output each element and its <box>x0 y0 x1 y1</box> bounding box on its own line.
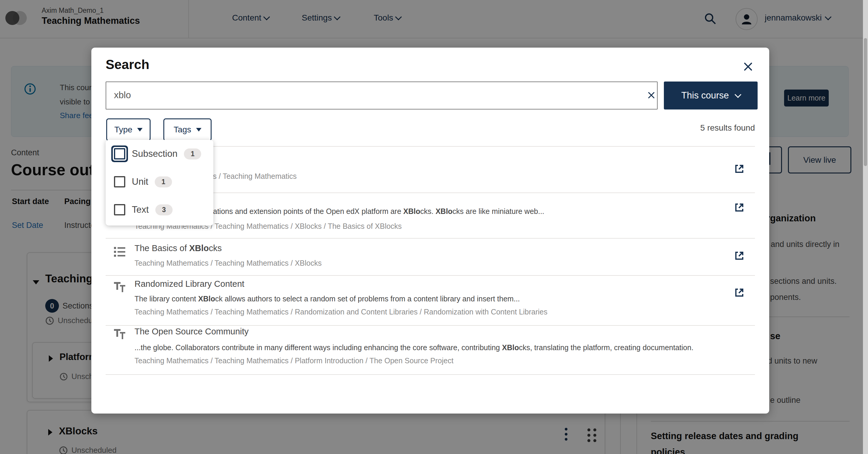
type-option-unit[interactable]: Unit 1 <box>114 173 172 190</box>
page-scrollbar[interactable] <box>863 0 868 454</box>
result-snippet: ations and extension points of the Open … <box>213 207 544 216</box>
open-in-new-icon[interactable] <box>734 250 745 261</box>
result-breadcrumb: Teaching Mathematics / Teaching Mathemat… <box>134 356 454 365</box>
checkbox-text[interactable] <box>114 204 125 216</box>
checkbox-unit[interactable] <box>114 176 125 188</box>
studio-course-outline-screen: Axim Math_Demo_1 Teaching Mathematics Co… <box>0 0 868 454</box>
result-divider <box>106 325 755 326</box>
text-block-icon <box>114 328 126 340</box>
caret-down-icon <box>196 128 202 131</box>
count-badge: 3 <box>155 204 173 216</box>
search-modal: Search xblo This course Type Tags 5 resu… <box>91 47 769 414</box>
scrollbar-thumb[interactable] <box>864 38 867 166</box>
count-badge: 1 <box>155 176 172 188</box>
modal-title: Search <box>106 57 149 72</box>
type-filter-button[interactable]: Type <box>106 119 151 141</box>
open-in-new-icon[interactable] <box>734 163 745 174</box>
checkbox-subsection[interactable] <box>114 148 125 159</box>
result-divider <box>106 238 755 238</box>
chevron-down-icon <box>734 91 741 98</box>
open-in-new-icon[interactable] <box>734 287 745 298</box>
results-count: 5 results found <box>700 123 755 133</box>
result-breadcrumb: Teaching Mathematics / Teaching Mathemat… <box>134 259 322 267</box>
result-title: The Basics of XBlocks <box>134 244 222 253</box>
result-title: Randomized Library Content <box>134 279 244 289</box>
type-filter-menu: Subsection 1 Unit 1 Text 3 <box>106 140 213 226</box>
caret-down-icon <box>137 128 143 131</box>
tags-filter-button[interactable]: Tags <box>163 119 212 141</box>
type-option-subsection[interactable]: Subsection 1 <box>114 145 201 162</box>
type-option-text[interactable]: Text 3 <box>114 201 173 218</box>
result-snippet: ...the globe. Collaborators contribute i… <box>134 343 693 352</box>
result-breadcrumb: Teaching Mathematics / Teaching Mathemat… <box>134 307 548 316</box>
open-in-new-icon[interactable] <box>734 202 745 213</box>
search-input[interactable]: xblo <box>106 82 658 109</box>
search-query-text: xblo <box>114 90 131 101</box>
result-divider <box>106 275 755 276</box>
subsection-list-icon <box>114 246 126 257</box>
result-title: The Open Source Community <box>134 327 249 336</box>
text-block-icon <box>114 282 126 293</box>
result-snippet: The library content XBlock allows author… <box>134 295 520 303</box>
search-scope-dropdown[interactable]: This course <box>664 82 757 109</box>
count-badge: 1 <box>184 149 201 159</box>
result-divider <box>106 374 755 375</box>
result-breadcrumb: cs / Teaching Mathematics <box>209 172 297 181</box>
